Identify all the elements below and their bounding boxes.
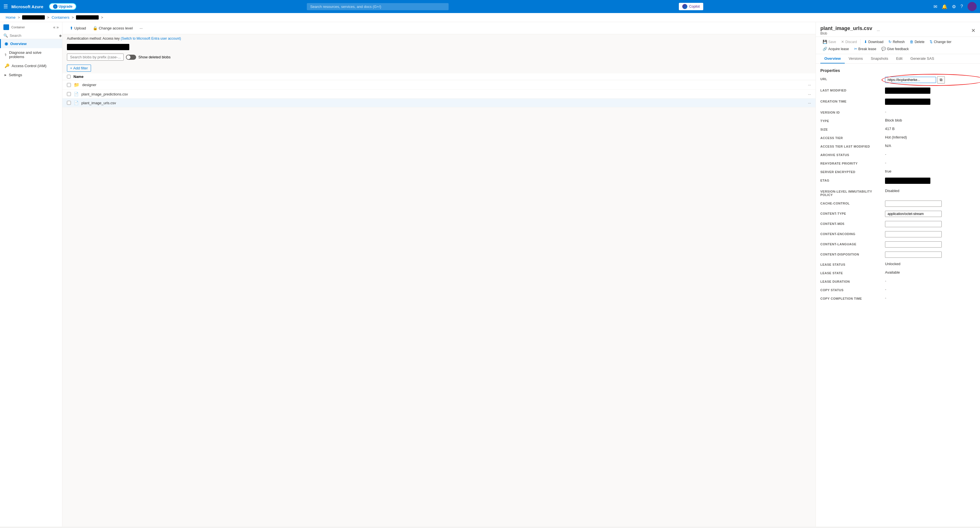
- lease-duration-label: LEASE DURATION: [820, 279, 883, 283]
- upload-button[interactable]: ⬆ Upload: [67, 24, 89, 32]
- url-container: ⧉: [885, 76, 975, 84]
- blob-item-urls[interactable]: 📄 plant_image_urls.csv ···: [62, 98, 816, 107]
- blob-more-urls[interactable]: ···: [808, 101, 811, 105]
- upgrade-button[interactable]: ↑ Upgrade: [49, 3, 76, 10]
- copy-url-button[interactable]: ⧉: [937, 76, 945, 84]
- more-options-button[interactable]: ···: [137, 25, 145, 32]
- type-value: Block blob: [885, 118, 975, 122]
- give-feedback-button[interactable]: 💬 Give feedback: [879, 46, 911, 52]
- tab-generate-sas[interactable]: Generate SAS: [907, 54, 938, 63]
- detail-title: plant_image_urls.csv: [820, 25, 872, 32]
- change-tier-button[interactable]: ⇅ Change tier: [927, 38, 954, 45]
- auth-switch-link[interactable]: (Switch to Microsoft Entra user account): [121, 36, 181, 41]
- access-tier-last-modified-label: ACCESS TIER LAST MODIFIED: [820, 144, 883, 148]
- breadcrumb-home[interactable]: Home: [6, 15, 16, 19]
- copilot-button[interactable]: Copilot: [679, 3, 703, 10]
- add-filter-icon: +: [70, 66, 72, 70]
- access-tier-label: ACCESS TIER: [820, 135, 883, 140]
- immutability-policy-value: Disabled: [885, 189, 975, 193]
- acquire-lease-button[interactable]: 🔗 Acquire lease: [820, 46, 851, 52]
- content-toolbar: ⬆ Upload 🔒 Change access level ···: [62, 22, 816, 34]
- delete-icon: 🗑: [910, 40, 913, 44]
- settings-nav-icon: ▸: [5, 73, 6, 77]
- mail-icon[interactable]: ✉: [934, 4, 937, 10]
- sidebar-search-input[interactable]: [10, 33, 57, 38]
- sidebar-item-iam[interactable]: 🔑 Access Control (IAM): [0, 61, 62, 70]
- content-type-label: CONTENT-TYPE: [820, 211, 883, 215]
- container-icon: [3, 24, 9, 30]
- cache-control-input[interactable]: [885, 201, 942, 207]
- copy-status-label: COPY STATUS: [820, 287, 883, 292]
- content-type-input[interactable]: [885, 211, 942, 217]
- sidebar-search-filter-icon: ◈: [59, 33, 62, 38]
- delete-button[interactable]: 🗑 Delete: [907, 38, 927, 45]
- sidebar-collapse-button[interactable]: « »: [53, 25, 59, 29]
- refresh-button[interactable]: ↻ Refresh: [886, 38, 907, 45]
- blob-item-predictions[interactable]: 📄 plant_image_predictions.csv ···: [62, 90, 816, 98]
- breadcrumb-sep4: >: [101, 15, 103, 19]
- content-encoding-input[interactable]: [885, 231, 942, 237]
- content-disposition-input[interactable]: [885, 252, 942, 258]
- add-filter-button[interactable]: + Add filter: [67, 65, 91, 72]
- sidebar-container-label: Container: [11, 25, 25, 29]
- global-search-input[interactable]: [307, 3, 449, 10]
- property-server-encrypted: SERVER ENCRYPTED true: [820, 169, 975, 174]
- blob-checkbox-predictions[interactable]: [67, 92, 71, 96]
- property-size: SIZE 417 B: [820, 127, 975, 131]
- blob-checkbox-designer[interactable]: [67, 83, 71, 87]
- give-feedback-label: Give feedback: [887, 47, 909, 51]
- sidebar-item-overview[interactable]: ◉ Overview: [0, 39, 62, 48]
- discard-icon: ✕: [841, 40, 844, 44]
- sidebar: Container « » 🔍 ◈ « ◉ Overview ⚕ Diagnos…: [0, 22, 62, 526]
- blob-more-predictions[interactable]: ···: [808, 92, 811, 96]
- breadcrumb-containers[interactable]: Containers: [52, 15, 70, 19]
- sidebar-item-settings[interactable]: ▸ Settings: [0, 70, 62, 79]
- notification-icon[interactable]: 🔔: [942, 4, 947, 10]
- acquire-lease-icon: 🔗: [822, 47, 827, 51]
- give-feedback-icon: 💬: [881, 47, 886, 51]
- lease-state-label: LEASE STATE: [820, 270, 883, 275]
- tab-overview[interactable]: Overview: [820, 54, 845, 63]
- property-content-md5: CONTENT-MD5: [820, 221, 975, 227]
- content-md5-input[interactable]: [885, 221, 942, 227]
- select-all-checkbox[interactable]: [67, 75, 71, 78]
- property-copy-status: COPY STATUS -: [820, 287, 975, 292]
- detail-more-button[interactable]: ···: [877, 29, 880, 33]
- tab-edit[interactable]: Edit: [892, 54, 906, 63]
- tab-snapshots[interactable]: Snapshots: [867, 54, 892, 63]
- sidebar-item-diagnose-label: Diagnose and solve problems: [9, 51, 57, 59]
- url-input[interactable]: [885, 77, 936, 83]
- show-deleted-label: Show deleted blobs: [138, 55, 170, 59]
- show-deleted-toggle[interactable]: [126, 55, 136, 60]
- hamburger-menu[interactable]: ☰: [3, 3, 8, 10]
- detail-title-row: plant_image_urls.csv Blob ··· ✕: [820, 25, 975, 35]
- sidebar-item-iam-label: Access Control (IAM): [12, 64, 46, 68]
- content-disposition-label: CONTENT-DISPOSITION: [820, 252, 883, 256]
- content-md5-value: [885, 221, 975, 227]
- content-language-input[interactable]: [885, 241, 942, 247]
- version-id-value: -: [885, 109, 975, 114]
- property-rehydrate-priority: REHYDRATE PRIORITY -: [820, 161, 975, 165]
- help-icon[interactable]: ?: [961, 4, 963, 9]
- blob-checkbox-urls[interactable]: [67, 101, 71, 105]
- properties-section-title: Properties: [820, 68, 975, 73]
- breadcrumb-resource[interactable]: [22, 15, 45, 19]
- blob-more-designer[interactable]: ···: [808, 83, 811, 87]
- settings-icon[interactable]: ⚙: [952, 4, 956, 10]
- break-lease-button[interactable]: ✂ Break lease: [852, 46, 878, 52]
- breadcrumb-sep3: >: [72, 15, 74, 19]
- download-button[interactable]: ⬇ Download: [862, 38, 886, 45]
- blob-name-urls: plant_image_urls.csv: [81, 101, 805, 105]
- blob-list-header: Name: [62, 73, 816, 80]
- blob-item-designer[interactable]: 📁 designer ···: [62, 80, 816, 90]
- sidebar-item-diagnose[interactable]: ⚕ Diagnose and solve problems: [0, 48, 62, 61]
- change-access-button[interactable]: 🔒 Change access level: [90, 24, 135, 32]
- breadcrumb-container[interactable]: [76, 15, 99, 19]
- blob-list-toolbar: Show deleted blobs: [62, 51, 816, 63]
- user-avatar[interactable]: [967, 2, 977, 11]
- name-column-header: Name: [73, 75, 83, 79]
- tab-versions[interactable]: Versions: [845, 54, 867, 63]
- blob-search-input[interactable]: [67, 54, 124, 60]
- detail-close-button[interactable]: ✕: [971, 27, 975, 34]
- detail-header: plant_image_urls.csv Blob ··· ✕: [816, 22, 980, 37]
